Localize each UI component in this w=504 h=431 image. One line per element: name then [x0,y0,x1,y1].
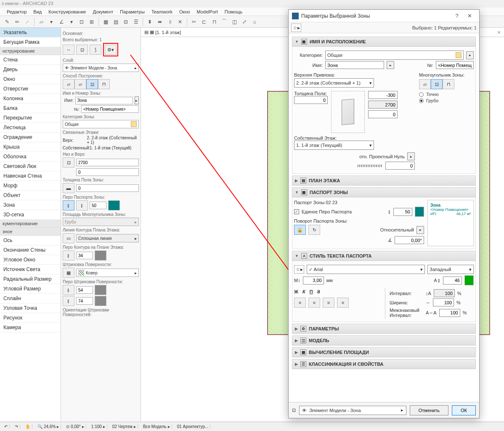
resize-icon[interactable]: ⤢ [240,17,249,27]
section-textstyle[interactable]: ▼AСТИЛЬ ТЕКСТА ПАСПОРТА [292,251,476,261]
sb-angle[interactable]: 0,00° [71,424,80,429]
dlg-name-input[interactable] [325,61,384,69]
poly-mode3-icon[interactable]: ⊓ [443,79,454,89]
tool-window[interactable]: Окно [0,74,61,84]
ok-button[interactable]: ОК [452,405,476,415]
info-arrow-icon[interactable]: ↔ [63,45,74,55]
tool-camera[interactable]: Камера [0,323,61,333]
stamp-pen-swatch[interactable] [415,207,424,217]
angle-input[interactable] [395,236,424,244]
sb-zoom[interactable]: 24,6% [44,424,56,429]
unified-pen-check[interactable]: ✓ [294,209,299,214]
info-link-icon[interactable]: ⟆ [90,45,101,55]
pen-on-icon[interactable]: ⫿ [63,200,74,210]
bold-button[interactable]: Ж [294,289,298,294]
dropdown-icon[interactable]: ▾ [47,17,56,27]
fillpen2-swatch[interactable] [95,296,106,306]
menu-construct[interactable]: Конструирование [46,8,88,15]
bot-input[interactable] [76,168,139,176]
kerning-input[interactable] [439,309,460,317]
layers-icon[interactable]: ☰ [131,17,141,27]
dlg-cat-more[interactable]: ▸ [466,51,474,59]
dlg-num-input[interactable] [436,61,474,69]
section-floorplan[interactable]: ▶▤ПЛАН ЭТАЖА [292,176,476,186]
align-left-icon[interactable]: ≡ [294,298,306,308]
tool-zone[interactable]: Зона [0,200,61,210]
align-right-icon[interactable]: ≡ [323,298,334,308]
menu-view[interactable]: Вид [31,8,44,15]
poly-mode1-icon[interactable]: ▱ [419,79,431,89]
fontsize-input[interactable] [303,277,324,285]
cancel-button[interactable]: Отменить [410,405,448,415]
name-input[interactable] [75,97,133,104]
tool-arrow[interactable]: Указатель [0,28,61,37]
trace-icon[interactable]: ⊟ [121,17,130,27]
home-story-combo[interactable]: 1. 1-й этаж (Текущий)▾ [294,141,374,150]
cat-combo[interactable]: Общая [63,120,139,128]
proj-zero-input[interactable] [385,162,415,170]
dim-icon[interactable]: ⫴ [165,17,175,27]
pen-input[interactable] [90,202,106,209]
scale-icon[interactable]: ⬍ [145,17,154,27]
section-class[interactable]: ▶☰КЛАССИФИКАЦИЯ И СВОЙСТВА [292,359,476,369]
sb-view[interactable]: 02 Чертеж [112,424,133,429]
split-icon[interactable]: ◫ [230,17,239,27]
tool-figure[interactable]: Рисунок [0,313,61,323]
menu-help[interactable]: Помощь [222,8,245,15]
fillpen2-input[interactable] [76,297,93,305]
layer-combo[interactable]: 👁 Элемент Модели - Зона▸ [63,64,139,72]
section-model[interactable]: ▶◫МОДЕЛЬ [292,335,476,346]
tool-opening[interactable]: Отверстие [0,84,61,94]
section-name-location[interactable]: ▼▦ИМЯ И РАСПОЛОЖЕНИЕ [292,37,476,47]
floor-tab-label[interactable]: [1. 1-й этаж] [155,30,181,35]
sb-model[interactable]: Вся Модель [143,424,167,429]
menu-modelport[interactable]: ModelPort [194,8,220,15]
menu-window[interactable]: Окно [177,8,193,15]
poly-mode2-icon[interactable]: ⊡ [431,79,443,89]
help-button[interactable]: ? [451,10,463,22]
sb-redo-icon[interactable]: ↷ [13,424,20,429]
section-stamp[interactable]: ▼▦ПАСПОРТ ЗОНЫ [292,187,476,197]
grid-icon[interactable]: ▦ [101,17,110,27]
method-ref-icon[interactable]: ⊡ [86,79,98,89]
tool-morph[interactable]: Морф [0,181,61,191]
tool-skylight[interactable]: Световой Люк [0,162,61,171]
tool-wallend[interactable]: Окончание Стены [0,245,61,255]
dlg-floorthick-input[interactable] [294,96,328,104]
adjust-icon[interactable]: ⊏ [199,17,209,27]
section-params[interactable]: ▶⚙ПАРАМЕТРЫ [292,324,476,334]
menu-editor[interactable]: Редактор [4,8,29,15]
fillpen1-swatch[interactable] [95,285,106,295]
dlg-name-more[interactable]: ▸ [387,61,394,69]
fillet-icon[interactable]: ⌒ [220,17,229,27]
sb-zoom-icon[interactable]: 🔍 [37,424,42,429]
home-icon[interactable]: ⌂ [250,17,259,27]
method-manual-icon[interactable]: ▱ [63,79,74,89]
tool-railing[interactable]: Ограждение [0,133,61,142]
tool-spline[interactable]: Сплайн [0,294,61,303]
syringe-icon[interactable]: ⟋ [23,17,32,27]
tab-close-icon[interactable]: × [497,29,501,36]
textpen-swatch[interactable] [464,275,474,285]
align-center-icon[interactable]: ≡ [308,298,320,308]
fill-icon[interactable]: ▦ [63,268,74,278]
sb-undo-icon[interactable]: ↶ [3,424,10,429]
method-auto-icon[interactable]: ⊓ [98,79,110,89]
offset-bot-input[interactable] [368,110,398,118]
section-area[interactable]: ▶▦ВЫЧИСЛЕНИЕ ПЛОЩАДИ [292,347,476,357]
text-fav-button[interactable]: ☆▸ [294,265,304,274]
proj-zero-more[interactable]: ▸ [407,152,415,160]
tool-roof[interactable]: Крыша [0,142,61,152]
tool-angledim[interactable]: Угловой Размер [0,284,61,294]
offset-top-input[interactable] [368,91,398,99]
info-select-icon[interactable]: ⊡ [76,45,88,55]
dropdown2-icon[interactable]: ▾ [67,17,76,27]
fillpen1-input[interactable] [76,286,93,294]
tool-hotspot[interactable]: Узловая Точка [0,303,61,313]
tool-cornerwin[interactable]: Угловое Окно [0,255,61,265]
plane-icon[interactable]: ▱ [37,17,46,27]
gravity-icon[interactable]: ∠ [57,17,66,27]
close-button[interactable]: ✕ [463,10,476,22]
contourpen-input[interactable] [76,252,93,259]
tool-light[interactable]: Источник Света [0,265,61,274]
